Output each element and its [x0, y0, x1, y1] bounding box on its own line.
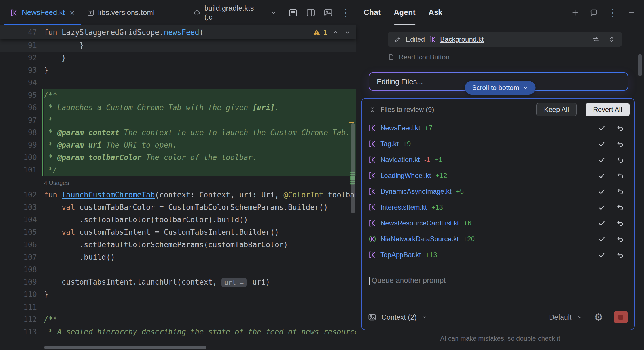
code-line[interactable]: 94 [0, 76, 356, 89]
prompt-input[interactable]: Queue another prompt [362, 266, 634, 311]
collapse-icon[interactable] [368, 106, 376, 113]
chevron-down-icon[interactable] [422, 314, 427, 320]
chat-vertical-scrollbar[interactable] [638, 54, 642, 76]
preview-image-icon[interactable] [324, 8, 333, 17]
edited-file-link[interactable]: Background.kt [440, 35, 484, 43]
file-name-link[interactable]: Tag.kt [380, 140, 399, 148]
code-line[interactable]: 110} [0, 288, 356, 301]
revert-file-undo-icon[interactable] [617, 156, 624, 164]
file-review-row[interactable]: DynamicAsyncImage.kt+5 [362, 183, 634, 199]
accept-file-check-icon[interactable] [598, 140, 606, 148]
code-line[interactable]: 113 * A sealed hierarchy describing the … [0, 326, 356, 338]
code-line[interactable]: 101 */ [0, 164, 356, 176]
model-selector[interactable]: Default [549, 313, 571, 321]
tab-libs-versions[interactable]: libs.versions.toml [81, 0, 161, 25]
keep-all-button[interactable]: Keep All [536, 103, 577, 116]
usages-inlay-row[interactable]: 4 Usages [0, 176, 356, 189]
code-line[interactable]: 92 } [0, 52, 356, 64]
gear-icon[interactable]: ⚙ [594, 312, 603, 322]
show-diff-icon[interactable] [592, 35, 600, 43]
more-options-icon[interactable]: ⋮ [341, 8, 350, 17]
structure-list-icon[interactable] [289, 8, 298, 17]
code-line[interactable]: 97 * [0, 114, 356, 126]
warning-icon[interactable] [313, 29, 321, 36]
read-file-row[interactable]: Read IconButton. [388, 53, 622, 62]
accept-file-check-icon[interactable] [598, 187, 606, 195]
chat-history-icon[interactable] [590, 8, 598, 17]
close-icon[interactable]: × [70, 8, 75, 17]
chat-more-options-icon[interactable]: ⋮ [608, 8, 617, 17]
file-name-link[interactable]: TopAppBar.kt [380, 251, 421, 259]
attach-image-icon[interactable] [368, 313, 376, 321]
prev-warning-chevron-up-icon[interactable] [332, 29, 339, 36]
code-editor[interactable]: 91 }92 }93}9495/**96 * Launches a Custom… [0, 39, 356, 350]
code-line[interactable]: 104 .setToolbarColor(toolbarColor).build… [0, 214, 356, 226]
accept-file-check-icon[interactable] [598, 172, 606, 180]
code-line[interactable]: 96 * Launches a Custom Chrome Tab with t… [0, 101, 356, 114]
tab-ask[interactable]: Ask [429, 0, 443, 25]
code-line[interactable]: 102fun launchCustomChromeTab(context: Co… [0, 189, 356, 201]
code-line[interactable]: 112/** [0, 313, 356, 326]
code-line[interactable]: 107 .build() [0, 251, 356, 263]
tab-agent[interactable]: Agent [394, 0, 416, 25]
revert-file-undo-icon[interactable] [617, 140, 624, 148]
accept-file-check-icon[interactable] [598, 203, 606, 211]
file-name-link[interactable]: DynamicAsyncImage.kt [380, 187, 452, 195]
context-selector[interactable]: Context (2) [382, 313, 417, 321]
editor-vertical-scrollbar[interactable] [351, 123, 355, 213]
file-name-link[interactable]: InterestsItem.kt [380, 203, 427, 211]
file-name-link[interactable]: NewsFeed.kt [380, 124, 420, 132]
split-editor-icon[interactable] [306, 8, 315, 17]
file-review-row[interactable]: InterestsItem.kt+13 [362, 199, 634, 215]
code-line[interactable]: 111 [0, 301, 356, 313]
new-chat-plus-icon[interactable] [571, 8, 579, 17]
code-line[interactable]: 106 .setDefaultColorSchemeParams(customT… [0, 238, 356, 251]
revert-all-button[interactable]: Revert All [586, 103, 630, 116]
code-line[interactable]: 108 [0, 263, 356, 276]
file-name-link[interactable]: NiaNetworkDataSource.kt [380, 235, 459, 243]
file-review-row[interactable]: Navigation.kt-1+1 [362, 152, 634, 168]
revert-file-undo-icon[interactable] [617, 172, 624, 180]
code-line[interactable]: 91 } [0, 39, 356, 52]
file-review-row[interactable]: Tag.kt+9 [362, 136, 634, 152]
file-review-row[interactable]: NewsResourceCardList.kt+6 [362, 215, 634, 231]
expand-collapse-icon[interactable] [608, 35, 616, 43]
tab-newsfeed[interactable]: NewsFeed.kt × [4, 0, 81, 25]
chevron-down-icon[interactable] [577, 314, 582, 320]
edited-file-card[interactable]: Edited Background.kt [388, 32, 622, 47]
revert-file-undo-icon[interactable] [617, 251, 624, 259]
code-line[interactable]: 98 * @param context The context to use t… [0, 126, 356, 139]
hide-panel-icon[interactable] [628, 9, 635, 17]
code-line[interactable]: 100 * @param toolbarColor The color of t… [0, 151, 356, 164]
editor-horizontal-scrollbar[interactable] [44, 346, 206, 349]
revert-file-undo-icon[interactable] [617, 235, 624, 243]
accept-file-check-icon[interactable] [598, 124, 606, 132]
code-line[interactable]: 99 * @param uri The URI to open. [0, 139, 356, 151]
next-warning-chevron-down-icon[interactable] [344, 29, 351, 36]
file-review-row[interactable]: TopAppBar.kt+13 [362, 247, 634, 263]
accept-file-check-icon[interactable] [598, 156, 606, 164]
revert-file-undo-icon[interactable] [617, 187, 624, 195]
revert-file-undo-icon[interactable] [617, 219, 624, 227]
tab-chat[interactable]: Chat [364, 0, 381, 25]
accept-file-check-icon[interactable] [598, 219, 606, 227]
code-line[interactable]: 109 customTabsIntent.launchUrl(context, … [0, 276, 356, 288]
tab-build-gradle[interactable]: build.gradle.kts (:c [187, 0, 283, 25]
code-line[interactable]: 103 val customTabBarColor = CustomTabCol… [0, 201, 356, 214]
code-line[interactable]: 105 val customTabsIntent = CustomTabsInt… [0, 226, 356, 238]
accept-file-check-icon[interactable] [598, 251, 606, 259]
chevron-down-icon[interactable] [270, 10, 277, 16]
code-line[interactable]: 95/** [0, 89, 356, 101]
scroll-to-bottom-button[interactable]: Scroll to bottom [465, 81, 536, 95]
revert-file-undo-icon[interactable] [617, 203, 624, 211]
file-review-row[interactable]: LoadingWheel.kt+12 [362, 168, 634, 183]
file-review-row[interactable]: NewsFeed.kt+7 [362, 120, 634, 136]
file-review-row[interactable]: NiaNetworkDataSource.kt+20 [362, 231, 634, 247]
stop-button[interactable] [614, 311, 628, 323]
file-name-link[interactable]: Navigation.kt [380, 156, 420, 164]
code-line[interactable]: 93} [0, 64, 356, 76]
file-name-link[interactable]: LoadingWheel.kt [380, 172, 431, 180]
accept-file-check-icon[interactable] [598, 235, 606, 243]
sticky-code-header[interactable]: 47 fun LazyStaggeredGridScope.newsFeed( … [0, 25, 356, 39]
file-name-link[interactable]: NewsResourceCardList.kt [380, 219, 459, 227]
